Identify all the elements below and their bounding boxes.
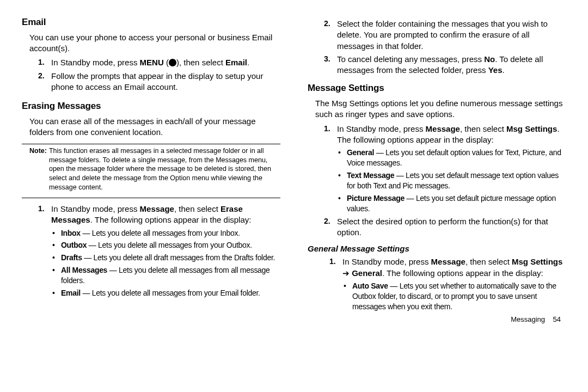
text: In Standby mode, press — [51, 58, 140, 67]
message-label: Message — [140, 204, 174, 213]
bullet-auto-save: • Auto Save — Lets you set whether to au… — [344, 281, 566, 312]
all-label: All Messages — [61, 266, 107, 274]
outbox-label: Outbox — [61, 241, 87, 249]
message-label: Message — [426, 124, 460, 133]
general-label: General — [352, 268, 382, 278]
text: — Lets you delete all draft messages fro… — [82, 253, 275, 262]
text-msg-label: Text Message — [347, 171, 394, 180]
step-number: 1. — [324, 124, 337, 146]
text: — Lets you set default option values for… — [347, 148, 561, 167]
note-rule-top — [22, 144, 280, 144]
auto-save-label: Auto Save — [352, 281, 388, 290]
text: , then select — [465, 257, 512, 266]
erase-step-1: 1. In Standby mode, press Message, then … — [38, 204, 280, 226]
text: In Standby mode, press — [337, 124, 426, 133]
step-number: 2. — [324, 216, 337, 238]
erase-step-3: 3. To cancel deleting any messages, pres… — [324, 54, 566, 76]
note-body: This function erases all messages in a s… — [49, 146, 273, 192]
email-step-1: 1. In Standby mode, press MENU (), then … — [38, 57, 280, 68]
step-number: 2. — [324, 19, 337, 52]
bullet-email: • Email — Lets you delete all messages f… — [52, 288, 280, 298]
text: . The following options appear in the di… — [382, 268, 543, 278]
email-heading: Email — [22, 16, 280, 29]
message-settings-intro: The Msg Settings options let you define … — [315, 98, 566, 120]
bullet-outbox: • Outbox — Lets you delete all messages … — [52, 240, 280, 250]
left-column: Email You can use your phone to access y… — [22, 16, 280, 324]
email-step-2: 2. Follow the prompts that appear in the… — [38, 71, 280, 93]
note-label: Note: — [29, 146, 47, 192]
footer-section: Messaging — [511, 315, 545, 323]
text: To cancel deleting any messages, press — [337, 54, 484, 64]
text: Follow the prompts that appear in the di… — [51, 71, 280, 93]
text: Select the desired option to perform the… — [337, 216, 566, 238]
step-number: 2. — [38, 71, 51, 93]
gms-step-1: 1. In Standby mode, press Message, then … — [329, 256, 566, 279]
yes-label: Yes — [488, 65, 503, 75]
email-intro: You can use your phone to access your pe… — [29, 32, 280, 54]
inbox-label: Inbox — [61, 229, 81, 237]
text: In Standby mode, press — [51, 204, 140, 213]
message-settings-heading: Message Settings — [308, 82, 566, 95]
drafts-label: Drafts — [61, 253, 82, 262]
erasing-heading: Erasing Messages — [22, 100, 280, 113]
mset-step-2: 2. Select the desired option to perform … — [324, 216, 566, 238]
bullet-general: • General — Lets you set default option … — [338, 148, 566, 168]
right-column: 2. Select the folder containing the mess… — [308, 16, 566, 324]
step-number: 1. — [38, 204, 51, 226]
page-footer: Messaging 54 — [308, 315, 566, 324]
email-folder-label: Email — [61, 289, 81, 297]
mset-step-1: 1. In Standby mode, press Message, then … — [324, 124, 566, 146]
msg-settings-label: Msg Settings — [506, 124, 557, 133]
text: . — [503, 65, 505, 75]
step-number: 1. — [38, 57, 51, 68]
general-label: General — [347, 148, 374, 157]
step-number: 3. — [324, 54, 337, 76]
erasing-intro: You can erase all of the messages in eac… — [29, 116, 280, 138]
msg-settings-label: Msg Settings — [512, 257, 562, 266]
picture-msg-label: Picture Message — [347, 194, 405, 203]
text: , then select — [174, 204, 220, 213]
bullet-picture-message: • Picture Message — Lets you set default… — [338, 193, 566, 214]
note-block: Note: This function erases all messages … — [29, 146, 273, 192]
text: . The following options appear in the di… — [90, 215, 252, 224]
erase-step-2: 2. Select the folder containing the mess… — [324, 19, 566, 52]
bullet-inbox: • Inbox — Lets you delete all messages f… — [52, 228, 280, 238]
note-rule-bottom — [22, 198, 280, 198]
menu-label: MENU — [140, 58, 164, 67]
text: . — [247, 58, 249, 67]
text: — Lets you delete all messages from your… — [81, 289, 260, 297]
text: — Lets you delete all messages from your… — [87, 241, 252, 249]
text: — Lets you delete all messages from your… — [81, 229, 240, 237]
menu-icon — [169, 59, 176, 66]
footer-page-number: 54 — [553, 315, 561, 323]
text: , then select — [179, 58, 225, 67]
text: Select the folder containing the message… — [337, 19, 566, 52]
bullet-text-message: • Text Message — Lets you set default me… — [338, 170, 566, 191]
arrow-icon: ➔ — [342, 268, 352, 278]
bullet-drafts: • Drafts — Lets you delete all draft mes… — [52, 253, 280, 263]
email-label: Email — [225, 58, 247, 67]
step-number: 1. — [329, 256, 342, 279]
no-label: No — [484, 54, 495, 64]
text: , then select — [460, 124, 506, 133]
bullet-all-messages: • All Messages — Lets you delete all mes… — [52, 265, 280, 286]
two-column-layout: Email You can use your phone to access y… — [22, 16, 566, 324]
text: In Standby mode, press — [342, 257, 431, 266]
message-label: Message — [431, 257, 465, 266]
general-msg-settings-heading: General Message Settings — [308, 243, 566, 254]
